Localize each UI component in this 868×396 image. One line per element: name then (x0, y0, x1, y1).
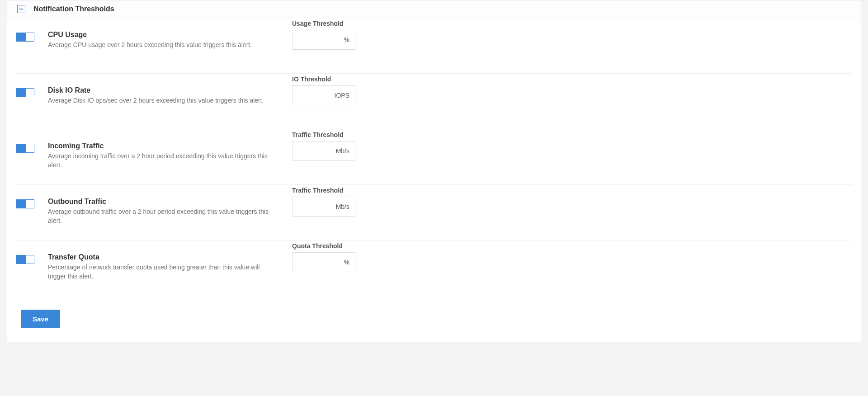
toggle-outbound-traffic[interactable] (16, 199, 34, 208)
threshold-row-disk-io: Disk IO Rate Average Disk IO ops/sec ove… (16, 74, 852, 129)
save-button[interactable]: Save (21, 310, 60, 328)
threshold-row-transfer-quota: Transfer Quota Percentage of network tra… (16, 240, 852, 296)
input-label: Traffic Threshold (292, 187, 382, 194)
toggle-incoming-traffic[interactable] (16, 144, 34, 153)
row-description: Average CPU usage over 2 hours exceeding… (48, 41, 278, 50)
panel-title: Notification Thresholds (33, 5, 114, 13)
toggle-transfer-quota[interactable] (16, 255, 34, 264)
input-wrap: Mb/s (292, 141, 355, 161)
transfer-quota-threshold-input[interactable] (298, 259, 341, 266)
input-label: Quota Threshold (292, 242, 382, 250)
outbound-traffic-threshold-input[interactable] (298, 203, 333, 210)
row-description: Average Disk IO ops/sec over 2 hours exc… (48, 96, 278, 105)
threshold-row-cpu-usage: CPU Usage Average CPU usage over 2 hours… (16, 18, 852, 74)
input-unit: IOPS (335, 92, 349, 99)
incoming-traffic-threshold-input[interactable] (298, 147, 333, 155)
row-description: Average incoming traffic over a 2 hour p… (48, 152, 278, 170)
cpu-usage-threshold-input[interactable] (298, 36, 341, 43)
input-wrap: % (292, 30, 355, 50)
row-title: CPU Usage (48, 31, 278, 39)
threshold-row-outbound-traffic: Outbound Traffic Average outbound traffi… (16, 185, 852, 240)
toggle-disk-io[interactable] (16, 88, 34, 97)
row-title: Outbound Traffic (48, 198, 278, 206)
input-unit: Mb/s (336, 147, 349, 155)
input-label: Usage Threshold (292, 20, 382, 27)
input-label: IO Threshold (292, 75, 382, 83)
row-title: Incoming Traffic (48, 142, 278, 150)
notification-thresholds-panel: Notification Thresholds CPU Usage Averag… (7, 0, 861, 342)
input-wrap: % (292, 252, 355, 272)
row-title: Disk IO Rate (48, 86, 278, 94)
row-title: Transfer Quota (48, 253, 278, 261)
row-description: Percentage of network transfer quota use… (48, 263, 278, 281)
input-unit: % (344, 36, 349, 43)
panel-header: Notification Thresholds (7, 0, 861, 18)
input-wrap: Mb/s (292, 197, 355, 217)
input-label: Traffic Threshold (292, 131, 382, 138)
row-description: Average outbound traffic over a 2 hour p… (48, 207, 278, 225)
actions-row: Save (16, 296, 852, 342)
input-wrap: IOPS (292, 85, 355, 105)
threshold-row-incoming-traffic: Incoming Traffic Average incoming traffi… (16, 129, 852, 185)
input-unit: % (344, 259, 349, 266)
panel-body: CPU Usage Average CPU usage over 2 hours… (7, 18, 861, 342)
toggle-cpu-usage[interactable] (16, 33, 34, 42)
collapse-icon[interactable] (17, 5, 25, 13)
input-unit: Mb/s (336, 203, 349, 210)
disk-io-threshold-input[interactable] (298, 92, 332, 99)
